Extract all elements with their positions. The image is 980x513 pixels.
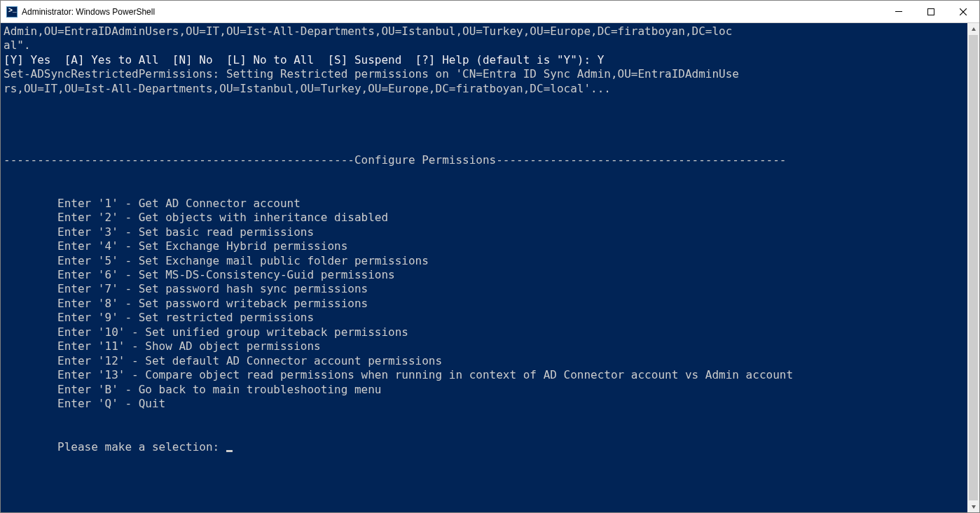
menu-item: Enter 'Q' - Quit [4, 397, 165, 410]
menu-item: Enter '2' - Get objects with inheritance… [4, 211, 388, 224]
scroll-down-button[interactable] [967, 500, 979, 512]
output-line: Admin,OU=EntraIDAdminUsers,OU=IT,OU=Ist-… [4, 24, 732, 38]
svg-marker-2 [972, 27, 976, 31]
window-title: Administrator: Windows PowerShell [22, 7, 883, 17]
menu-item: Enter '12' - Set default AD Connector ac… [4, 354, 442, 367]
output-line: rs,OU=IT,OU=Ist-All-Departments,OU=Istan… [4, 82, 611, 95]
maximize-button[interactable] [915, 1, 947, 22]
menu-item: Enter '8' - Set password writeback permi… [4, 297, 368, 310]
close-button[interactable] [947, 1, 979, 22]
menu-item: Enter '5' - Set Exchange mail public fol… [4, 254, 429, 267]
menu-item: Enter '1' - Get AD Connector account [4, 197, 301, 210]
powershell-icon [6, 6, 18, 17]
menu-item: Enter '13' - Compare object read permiss… [4, 368, 793, 381]
menu-item: Enter '7' - Set password hash sync permi… [4, 282, 368, 295]
cursor [226, 450, 233, 452]
menu-item: Enter 'B' - Go back to main troubleshoot… [4, 383, 381, 396]
menu-item: Enter '10' - Set unified group writeback… [4, 325, 408, 339]
menu-item: Enter '11' - Show AD object permissions [4, 339, 321, 353]
svg-marker-3 [972, 505, 976, 509]
titlebar: Administrator: Windows PowerShell [1, 1, 979, 23]
scrollbar-track[interactable] [967, 35, 979, 500]
minimize-button[interactable] [883, 1, 915, 22]
scroll-up-button[interactable] [967, 23, 979, 35]
output-line: al". [4, 38, 31, 52]
menu-item: Enter '9' - Set restricted permissions [4, 311, 314, 324]
menu-item: Enter '3' - Set basic read permissions [4, 225, 314, 239]
confirmation-prompt: [Y] Yes [A] Yes to All [N] No [L] No to … [4, 53, 604, 66]
output-line: Set-ADSyncRestrictedPermissions: Setting… [4, 67, 739, 80]
terminal-output[interactable]: Admin,OU=EntraIDAdminUsers,OU=IT,OU=Ist-… [1, 23, 967, 512]
selection-prompt: Please make a selection: [4, 440, 226, 454]
scrollbar-thumb[interactable] [969, 35, 978, 500]
menu-item: Enter '6' - Set MS-DS-Consistency-Guid p… [4, 268, 395, 281]
menu-item: Enter '4' - Set Exchange Hybrid permissi… [4, 239, 347, 253]
section-divider: ----------------------------------------… [4, 153, 786, 167]
scrollbar[interactable] [967, 23, 979, 512]
